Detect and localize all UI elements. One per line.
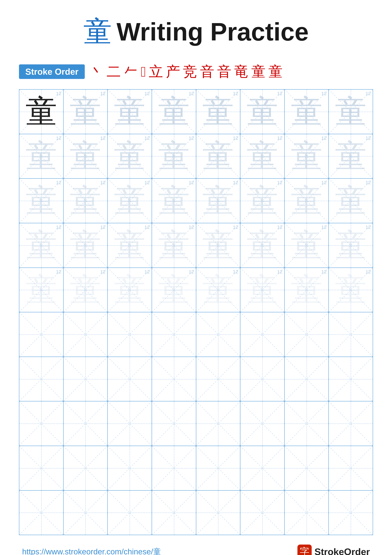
grid-cell[interactable] [240, 401, 285, 446]
practice-char: 童 [114, 269, 145, 311]
grid-cell[interactable]: 12童 [108, 179, 152, 223]
grid-cell[interactable]: 12童 [64, 134, 108, 178]
svg-line-142 [329, 446, 373, 490]
stroke-2: 二 [107, 62, 121, 81]
grid-cell[interactable] [329, 446, 373, 490]
grid-cell[interactable]: 12童 [108, 268, 152, 312]
grid-cell[interactable] [329, 312, 373, 357]
grid-cell[interactable] [19, 401, 64, 446]
practice-char: 童 [247, 179, 278, 222]
grid-cell[interactable]: 12童 [285, 223, 329, 268]
grid-cell[interactable]: 12童 [19, 223, 64, 268]
grid-cell[interactable] [240, 357, 285, 401]
grid-cell[interactable] [19, 446, 64, 490]
stroke-count: 12 [100, 225, 106, 230]
grid-cell[interactable] [196, 357, 241, 401]
grid-cell[interactable]: 12童 [19, 179, 64, 223]
grid-cell[interactable] [64, 491, 108, 535]
stroke-count: 12 [321, 180, 327, 185]
practice-char: 童 [158, 135, 190, 177]
grid-cell[interactable]: 12童 [64, 223, 108, 268]
grid-cell[interactable] [196, 401, 241, 446]
grid-cell[interactable]: 12童 [240, 89, 285, 134]
grid-cell[interactable] [64, 446, 108, 490]
grid-cell[interactable] [285, 357, 329, 401]
practice-char: 童 [335, 269, 367, 311]
grid-cell[interactable] [19, 357, 64, 401]
grid-cell[interactable]: 12童 [240, 268, 285, 312]
grid-cell[interactable]: 12童 [64, 179, 108, 223]
svg-line-144 [19, 491, 63, 535]
grid-cell[interactable] [152, 491, 196, 535]
grid-cell[interactable]: 12童 [329, 268, 373, 312]
grid-cell[interactable] [19, 312, 64, 357]
grid-cell[interactable]: 12童 [196, 89, 241, 134]
grid-cell[interactable]: 12童 [196, 179, 241, 223]
grid-cell[interactable] [152, 401, 196, 446]
grid-cell[interactable]: 12童 [285, 134, 329, 178]
grid-cell[interactable] [240, 491, 285, 535]
stroke-count: 12 [56, 180, 61, 185]
grid-cell[interactable]: 12童 [108, 223, 152, 268]
grid-cell[interactable] [108, 357, 152, 401]
grid-cell[interactable] [64, 312, 108, 357]
svg-line-121 [196, 401, 240, 446]
grid-cell[interactable] [196, 312, 241, 357]
grid-cell[interactable]: 12童 [19, 268, 64, 312]
footer-url[interactable]: https://www.strokeorder.com/chinese/童 [22, 547, 161, 555]
grid-cell[interactable] [64, 357, 108, 401]
practice-char: 童 [25, 90, 57, 133]
grid-cell[interactable]: 12童 [240, 179, 285, 223]
grid-cell[interactable]: 12童 [64, 268, 108, 312]
grid-cell[interactable] [329, 491, 373, 535]
grid-cell[interactable] [152, 446, 196, 490]
grid-cell[interactable]: 12童 [196, 268, 241, 312]
grid-cell[interactable]: 12童 [285, 89, 329, 134]
practice-char: 童 [335, 135, 367, 177]
grid-cell[interactable] [285, 446, 329, 490]
practice-char: 童 [335, 179, 367, 222]
grid-cell[interactable]: 12童 [240, 134, 285, 178]
grid-cell[interactable]: 12童 [240, 223, 285, 268]
grid-cell[interactable] [196, 446, 241, 490]
svg-line-87 [152, 312, 196, 357]
grid-cell[interactable] [108, 401, 152, 446]
grid-cell[interactable] [19, 491, 64, 535]
grid-cell[interactable] [108, 491, 152, 535]
grid-cell[interactable] [240, 446, 285, 490]
grid-cell[interactable] [64, 401, 108, 446]
grid-cell[interactable] [152, 312, 196, 357]
grid-cell[interactable]: 12童 [152, 89, 196, 134]
grid-cell[interactable]: 12童 [19, 89, 64, 134]
grid-cell[interactable]: 12童 [108, 134, 152, 178]
grid-cell[interactable]: 12童 [196, 223, 241, 268]
grid-cell[interactable]: 12童 [152, 223, 196, 268]
grid-cell[interactable] [196, 491, 241, 535]
grid-cell[interactable] [285, 491, 329, 535]
grid-cell[interactable]: 12童 [329, 223, 373, 268]
grid-cell[interactable]: 12童 [152, 268, 196, 312]
grid-cell[interactable]: 12童 [285, 179, 329, 223]
grid-cell[interactable]: 12童 [285, 268, 329, 312]
grid-cell[interactable] [329, 401, 373, 446]
grid-cell[interactable]: 12童 [329, 134, 373, 178]
stroke-7: 竞 [183, 62, 197, 81]
grid-row: 12童 12童 12童 12童 12童 12童 12童 12童 [19, 179, 373, 223]
grid-cell[interactable]: 12童 [64, 89, 108, 134]
grid-cell[interactable] [285, 312, 329, 357]
grid-cell[interactable] [108, 312, 152, 357]
grid-cell[interactable] [329, 357, 373, 401]
grid-cell[interactable] [152, 357, 196, 401]
grid-cell[interactable]: 12童 [152, 179, 196, 223]
svg-line-86 [152, 312, 196, 357]
stroke-count: 12 [144, 180, 150, 185]
grid-cell[interactable]: 12童 [108, 89, 152, 134]
grid-cell[interactable]: 12童 [19, 134, 64, 178]
grid-cell[interactable]: 12童 [329, 89, 373, 134]
grid-cell[interactable]: 12童 [329, 179, 373, 223]
grid-cell[interactable] [240, 312, 285, 357]
grid-cell[interactable]: 12童 [152, 134, 196, 178]
grid-cell[interactable] [285, 401, 329, 446]
grid-cell[interactable]: 12童 [196, 134, 241, 178]
grid-cell[interactable] [108, 446, 152, 490]
